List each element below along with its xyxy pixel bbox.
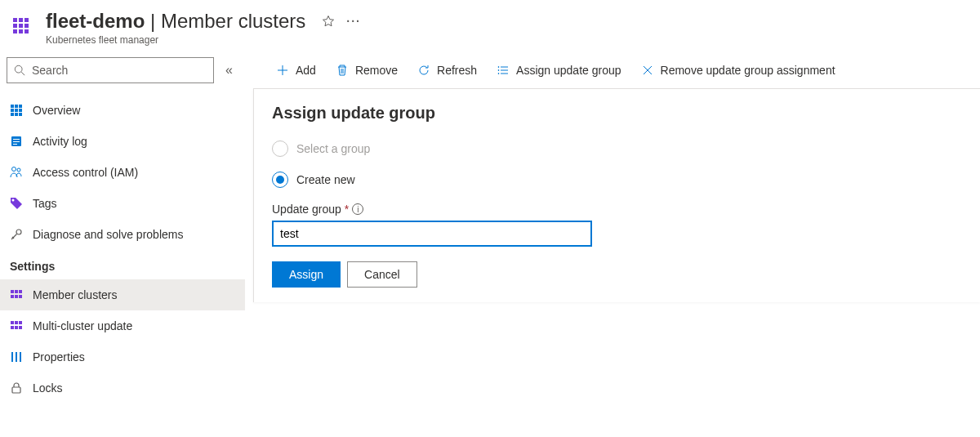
svg-rect-34 bbox=[11, 321, 14, 324]
svg-rect-12 bbox=[15, 105, 18, 108]
svg-rect-6 bbox=[13, 29, 17, 33]
svg-rect-37 bbox=[11, 326, 14, 329]
svg-rect-0 bbox=[13, 18, 17, 22]
x-icon bbox=[641, 64, 654, 77]
member-clusters-icon bbox=[10, 288, 23, 301]
main-content: Add Remove Refresh Assign update group bbox=[253, 52, 980, 404]
sidebar-item-activity-log[interactable]: Activity log bbox=[0, 126, 245, 157]
cancel-button[interactable]: Cancel bbox=[347, 261, 417, 288]
radio-select-group[interactable]: Select a group bbox=[272, 140, 962, 157]
sidebar-search[interactable] bbox=[7, 57, 214, 83]
svg-rect-41 bbox=[16, 352, 17, 362]
multi-cluster-update-icon bbox=[10, 319, 23, 332]
svg-rect-40 bbox=[11, 352, 13, 362]
svg-rect-18 bbox=[15, 113, 18, 116]
add-button[interactable]: Add bbox=[268, 59, 324, 82]
svg-point-25 bbox=[17, 168, 20, 172]
svg-rect-8 bbox=[24, 29, 29, 33]
assign-update-group-panel: Assign update group Select a group Creat… bbox=[253, 88, 980, 302]
plus-icon bbox=[276, 64, 289, 77]
resource-type-label: Kubernetes fleet manager bbox=[46, 34, 980, 46]
svg-point-9 bbox=[15, 65, 22, 73]
svg-rect-39 bbox=[19, 326, 22, 329]
svg-rect-16 bbox=[19, 109, 22, 112]
page-title: fleet-demo | Member clusters ··· bbox=[46, 10, 980, 33]
svg-rect-35 bbox=[15, 321, 18, 324]
radio-create-new[interactable]: Create new bbox=[272, 172, 962, 188]
remove-button[interactable]: Remove bbox=[327, 59, 406, 82]
properties-icon bbox=[10, 350, 23, 363]
svg-rect-28 bbox=[11, 290, 14, 293]
sidebar-item-locks[interactable]: Locks bbox=[0, 372, 245, 404]
required-indicator: * bbox=[345, 203, 349, 216]
sidebar-item-tags[interactable]: Tags bbox=[0, 188, 245, 219]
search-icon bbox=[14, 65, 25, 76]
svg-rect-42 bbox=[20, 352, 21, 362]
svg-rect-3 bbox=[13, 24, 17, 28]
svg-rect-15 bbox=[15, 109, 18, 112]
svg-rect-13 bbox=[19, 105, 22, 108]
locks-icon bbox=[10, 381, 23, 395]
svg-rect-4 bbox=[19, 24, 23, 28]
resource-type-icon bbox=[10, 13, 36, 39]
svg-point-24 bbox=[12, 167, 16, 172]
svg-rect-22 bbox=[13, 141, 20, 142]
radio-icon bbox=[272, 172, 288, 188]
sidebar-item-overview[interactable]: Overview bbox=[0, 95, 245, 126]
svg-rect-14 bbox=[11, 109, 14, 112]
assign-update-group-button[interactable]: Assign update group bbox=[488, 59, 629, 82]
radio-icon bbox=[272, 140, 288, 157]
access-control-icon bbox=[10, 166, 23, 179]
sidebar-item-diagnose[interactable]: Diagnose and solve problems bbox=[0, 219, 245, 250]
assign-button[interactable]: Assign bbox=[272, 261, 341, 288]
favorite-star-icon[interactable] bbox=[322, 15, 335, 28]
tags-icon bbox=[10, 197, 23, 210]
svg-rect-30 bbox=[19, 290, 22, 293]
svg-rect-32 bbox=[15, 295, 18, 298]
field-label-row: Update group * i bbox=[272, 203, 962, 216]
collapse-sidebar-icon[interactable]: « bbox=[222, 60, 236, 81]
svg-rect-21 bbox=[13, 139, 20, 140]
sidebar-item-member-clusters[interactable]: Member clusters bbox=[0, 279, 245, 310]
info-icon[interactable]: i bbox=[352, 203, 363, 215]
sidebar-item-multi-cluster-update[interactable]: Multi-cluster update bbox=[0, 310, 245, 341]
svg-rect-23 bbox=[13, 144, 17, 145]
list-icon bbox=[497, 64, 510, 77]
svg-rect-5 bbox=[24, 24, 29, 28]
svg-point-27 bbox=[16, 230, 21, 234]
svg-rect-31 bbox=[11, 295, 14, 298]
svg-rect-38 bbox=[15, 326, 18, 329]
remove-update-group-assignment-button[interactable]: Remove update group assignment bbox=[633, 59, 844, 82]
sidebar-search-input[interactable] bbox=[32, 64, 207, 77]
diagnose-icon bbox=[10, 228, 23, 241]
svg-rect-17 bbox=[11, 113, 14, 116]
svg-rect-36 bbox=[19, 321, 22, 324]
trash-icon bbox=[336, 64, 349, 77]
panel-title: Assign update group bbox=[272, 104, 962, 123]
svg-rect-7 bbox=[19, 29, 23, 33]
svg-rect-19 bbox=[19, 113, 22, 116]
activity-log-icon bbox=[10, 135, 23, 148]
update-group-name-input[interactable] bbox=[272, 221, 592, 247]
svg-rect-29 bbox=[15, 290, 18, 293]
svg-rect-43 bbox=[12, 387, 20, 393]
sidebar-item-properties[interactable]: Properties bbox=[0, 341, 245, 372]
svg-point-26 bbox=[12, 199, 15, 202]
overview-icon bbox=[10, 104, 23, 117]
svg-point-50 bbox=[498, 70, 499, 71]
svg-rect-1 bbox=[19, 18, 23, 22]
svg-point-49 bbox=[498, 67, 499, 68]
sidebar: « Overview Activity log Access control (… bbox=[0, 52, 253, 404]
refresh-icon bbox=[417, 64, 430, 77]
svg-rect-33 bbox=[19, 295, 22, 298]
svg-line-10 bbox=[21, 72, 24, 75]
svg-rect-2 bbox=[24, 18, 29, 22]
more-actions-icon[interactable]: ··· bbox=[346, 15, 361, 28]
refresh-button[interactable]: Refresh bbox=[409, 59, 485, 82]
svg-point-51 bbox=[498, 74, 499, 74]
page-header: fleet-demo | Member clusters ··· Kuberne… bbox=[0, 0, 980, 52]
svg-rect-11 bbox=[11, 105, 14, 108]
command-bar: Add Remove Refresh Assign update group bbox=[253, 52, 980, 88]
sidebar-item-access-control[interactable]: Access control (IAM) bbox=[0, 157, 245, 188]
page-section-name: Member clusters bbox=[161, 10, 305, 32]
